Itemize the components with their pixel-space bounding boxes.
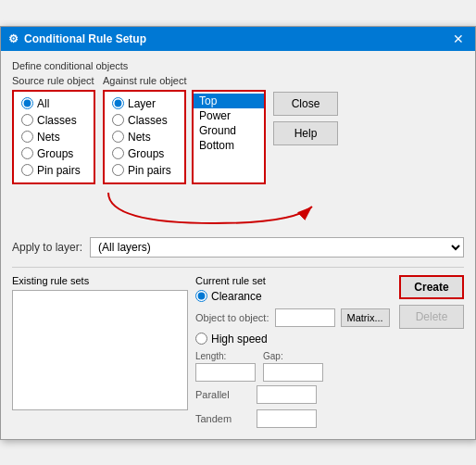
against-option-nets[interactable]: Nets (112, 131, 177, 144)
source-radio-nets[interactable] (21, 131, 33, 143)
current-label: Current rule set (195, 275, 392, 286)
connector-arrow (12, 188, 464, 230)
source-radio-all[interactable] (21, 97, 33, 109)
existing-list[interactable] (12, 290, 188, 410)
bottom-row: Existing rule sets Current rule set Clea… (12, 275, 464, 428)
tandem-row: Tandem (195, 409, 392, 428)
delete-button[interactable]: Delete (399, 305, 464, 329)
source-option-groups[interactable]: Groups (21, 147, 86, 160)
window-title: Conditional Rule Setup (24, 32, 146, 45)
parallel-row: Parallel (195, 385, 392, 404)
source-label: Source rule object (12, 75, 95, 86)
source-radio-box: All Classes Nets Groups (12, 90, 95, 184)
close-button[interactable]: Close (273, 92, 338, 116)
parallel-input[interactable] (257, 385, 317, 404)
layer-item-power[interactable]: Power (194, 108, 264, 123)
current-panel: Current rule set Clearance Object to obj… (195, 275, 392, 428)
arrow-area (12, 188, 464, 230)
main-window: ⚙ Conditional Rule Setup ✕ Define condit… (0, 26, 476, 440)
rule-inner: Clearance Object to object: Matrix... Hi… (195, 290, 392, 428)
length-input[interactable] (195, 363, 256, 382)
obj-label: Object to object: (195, 312, 269, 323)
matrix-button[interactable]: Matrix... (341, 308, 390, 327)
obj-input[interactable] (275, 308, 335, 327)
create-button[interactable]: Create (399, 275, 464, 299)
layer-item-top[interactable]: Top (194, 94, 264, 108)
layer-item-ground[interactable]: Ground (194, 123, 264, 138)
source-radio-groups[interactable] (21, 147, 33, 159)
against-radio-groups[interactable] (112, 147, 124, 159)
tandem-input[interactable] (257, 409, 317, 428)
against-radio-nets[interactable] (112, 131, 124, 143)
against-option-pinpairs[interactable]: Pin pairs (112, 164, 177, 177)
apply-label: Apply to layer: (12, 241, 82, 254)
apply-row: Apply to layer: (All layers) (12, 237, 464, 258)
existing-label: Existing rule sets (12, 275, 188, 286)
against-option-groups[interactable]: Groups (112, 147, 177, 160)
high-speed-radio[interactable] (195, 333, 207, 345)
high-speed-section: High speed Length: Gap: (195, 333, 392, 428)
content-area: Define conditional objects Source rule o… (1, 51, 475, 439)
against-radio-classes[interactable] (112, 114, 124, 126)
object-to-object-row: Object to object: Matrix... (195, 308, 392, 327)
existing-panel: Existing rule sets (12, 275, 188, 428)
against-inner: Layer Classes Nets Groups (103, 90, 266, 184)
against-option-classes[interactable]: Classes (112, 114, 177, 127)
against-label: Against rule object (103, 75, 266, 86)
apply-dropdown[interactable]: (All layers) (90, 237, 464, 258)
gap-group: Gap: (263, 351, 323, 382)
source-option-classes[interactable]: Classes (21, 114, 86, 127)
layer-item-bottom[interactable]: Bottom (194, 138, 264, 153)
clearance-radio[interactable] (195, 290, 207, 302)
against-radio-box: Layer Classes Nets Groups (103, 90, 186, 184)
help-button[interactable]: Help (273, 121, 338, 145)
speed-fields: Length: Gap: (195, 351, 392, 382)
against-radio-pinpairs[interactable] (112, 164, 124, 176)
source-option-all[interactable]: All (21, 97, 86, 110)
title-bar: ⚙ Conditional Rule Setup ✕ (1, 27, 475, 51)
high-speed-label: High speed (211, 333, 268, 346)
clearance-row[interactable]: Clearance (195, 290, 392, 303)
layer-list: Top Power Ground Bottom (192, 90, 266, 184)
length-label: Length: (195, 351, 256, 361)
gap-label: Gap: (263, 351, 323, 361)
gap-input[interactable] (263, 363, 323, 382)
parallel-label: Parallel (195, 389, 251, 400)
clearance-label: Clearance (211, 290, 262, 303)
side-buttons: Create Delete (399, 275, 464, 428)
source-radio-pinpairs[interactable] (21, 164, 33, 176)
high-speed-row[interactable]: High speed (195, 333, 392, 346)
source-option-pinpairs[interactable]: Pin pairs (21, 164, 86, 177)
source-panel: Source rule object All Classes Nets (12, 75, 95, 184)
define-section-label: Define conditional objects (12, 60, 464, 71)
source-radio-classes[interactable] (21, 114, 33, 126)
tandem-label: Tandem (195, 413, 251, 424)
section-divider (12, 267, 464, 268)
against-radio-layer[interactable] (112, 97, 124, 109)
source-option-nets[interactable]: Nets (21, 131, 86, 144)
window-icon: ⚙ (8, 32, 19, 45)
window-close-button[interactable]: ✕ (449, 32, 468, 45)
against-option-layer[interactable]: Layer (112, 97, 177, 110)
length-group: Length: (195, 351, 256, 382)
against-panel: Against rule object Layer Classes (103, 75, 266, 184)
right-buttons-panel: Close Help (273, 75, 338, 145)
